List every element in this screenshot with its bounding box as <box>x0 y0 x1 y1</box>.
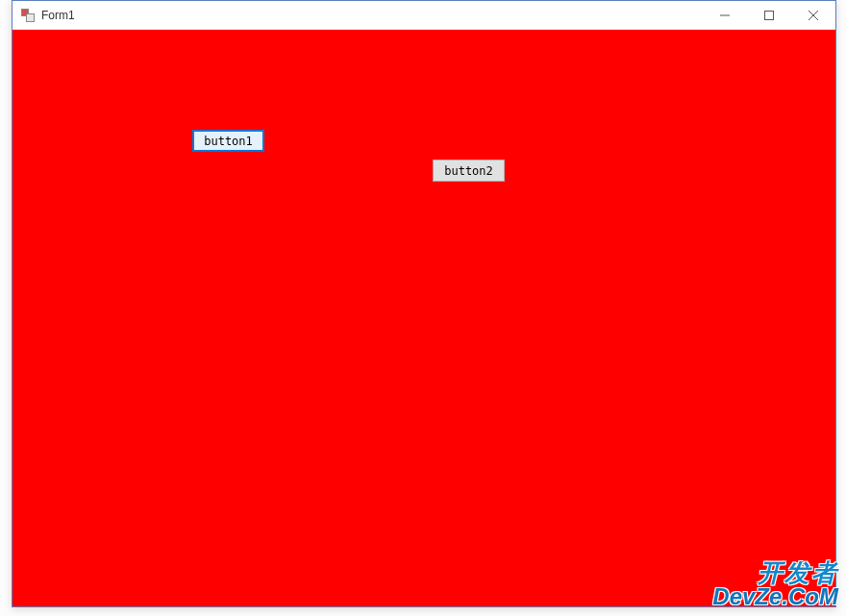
maximize-button[interactable] <box>747 1 791 29</box>
form-window: Form1 button1 button2 <box>12 0 836 607</box>
close-button[interactable] <box>791 1 835 29</box>
minimize-button[interactable] <box>703 1 747 29</box>
window-controls <box>703 1 835 29</box>
window-title: Form1 <box>41 9 75 22</box>
button2[interactable]: button2 <box>433 160 505 182</box>
app-icon <box>20 8 36 23</box>
button1[interactable]: button1 <box>192 130 264 152</box>
titlebar[interactable]: Form1 <box>12 1 835 30</box>
svg-rect-1 <box>765 11 774 19</box>
form-client-area[interactable]: button1 button2 <box>12 30 835 606</box>
